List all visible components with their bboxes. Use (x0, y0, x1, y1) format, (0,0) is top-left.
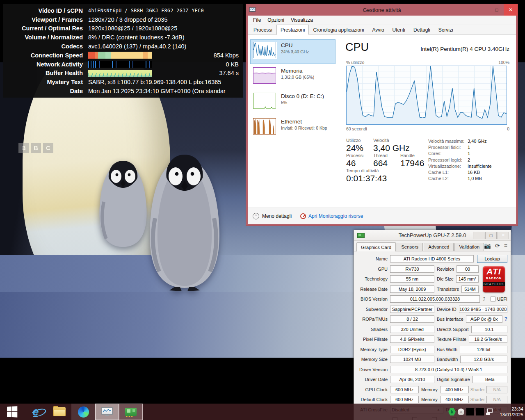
tray-temp-50-icon[interactable]: 50 (476, 408, 484, 415)
stat-processi: Processi46 (346, 153, 368, 168)
gpuz-row-shaders: Shaders320 UnifiedDirectX Support10.1 (354, 324, 507, 335)
gpuz-titlebar[interactable]: TechPowerUp GPU-Z 2.59.0 – □ ✕ (354, 230, 511, 241)
maximize-button[interactable]: □ (490, 4, 504, 16)
tab-servizi[interactable]: Servizi (434, 25, 457, 35)
sidebar-item-cpu[interactable]: CPU24% 3,40 GHz (250, 39, 336, 64)
cpu-name: Intel(R) Pentium(R) 4 CPU 3.40GHz (420, 46, 509, 52)
close-button[interactable]: ✕ (504, 4, 518, 16)
checkbox (491, 297, 495, 301)
gpuz-tab-graphics-card[interactable]: Graphics Card (356, 242, 396, 251)
stats-value: 1280x720 / 3 dropped of 2035 (88, 16, 168, 23)
gpuz-row-technology: Technology55 nmDie Size145 mm² (354, 274, 479, 284)
tray-network-icon[interactable] (486, 409, 493, 415)
gpuz-row-bios-version: BIOS Version011.022.005.000.033328⤴UEFI (354, 294, 507, 304)
stats-label: Volume / Normalized (5, 34, 83, 41)
tray-updater-icon[interactable]: ✕ (458, 409, 464, 415)
taskbar-internet-explorer[interactable]: e (24, 404, 48, 420)
sidebar-item-mem[interactable]: Memoria1,3/2,0 GB (65%) (250, 65, 336, 89)
cpu-panel-title: CPU (345, 41, 369, 54)
field-value: May 18, 2009 (390, 285, 434, 293)
gpuz-tab-advanced[interactable]: Advanced (424, 243, 454, 251)
stat-value: 3,40 GHz (468, 139, 486, 144)
field-label: Bus Interface (434, 317, 466, 322)
stats-label: Codecs (5, 43, 83, 50)
task-manager-footer: ⌃ Meno dettagli Apri Monitoraggio risors… (248, 208, 516, 224)
sidebar-item-sub: Inviati: 0 Ricevuti: 0 Kbp (281, 126, 327, 130)
network-bar (88, 61, 152, 68)
stat-value: 2 (468, 158, 470, 162)
taskbar-edge[interactable] (71, 404, 95, 420)
stats-row: Connection Speed854 Kbps (5, 51, 240, 60)
tab-prestazioni[interactable]: Prestazioni (276, 25, 309, 35)
sidebar-item-text: EthernetInviati: 0 Ricevuti: 0 Kbp (281, 118, 327, 140)
stat-value: 17946 (400, 158, 424, 168)
gpuz-tab-sensors[interactable]: Sensors (397, 243, 423, 251)
tray-hexagon-k-icon[interactable]: k (448, 408, 456, 415)
stats-row: Codecsavc1.640028 (137) / mp4a.40.2 (140… (5, 42, 240, 51)
stats-label: Mystery Text (5, 79, 83, 85)
sidebar-item-eth[interactable]: EthernetInviati: 0 Ricevuti: 0 Kbp (250, 116, 336, 140)
minimize-button[interactable]: – (476, 4, 490, 16)
gpuz-tab-validation[interactable]: Validation (454, 243, 484, 251)
field-label: Memory Type (356, 347, 390, 352)
gpuz-row-default-clock: Default Clock600 MHzMemory400 MHzShaderN… (354, 395, 507, 405)
stat-label: Processi (346, 153, 368, 158)
uefi-checkbox[interactable]: UEFI (488, 297, 507, 301)
maximize-button[interactable]: □ (485, 232, 497, 239)
cpu-panel: CPU Intel(R) Pentium(R) 4 CPU 3.40GHz % … (340, 35, 514, 208)
share-icon[interactable]: ⤴ (480, 296, 488, 302)
menu-item-file[interactable]: File (250, 16, 264, 24)
field-value: 1002 9495 - 174B 0028 (459, 306, 507, 313)
stat-value: 24% (346, 143, 368, 153)
menu-item-opzioni[interactable]: Opzioni (265, 16, 287, 24)
field-value: 514M (461, 285, 479, 293)
taskbar-task-manager[interactable] (95, 404, 119, 420)
tab-avvio[interactable]: Avvio (368, 25, 388, 35)
tray-temp-41-icon[interactable]: 41 (466, 408, 474, 415)
bbc-watermark-letter: B (31, 143, 41, 153)
cpu-stats-right: Velocità massima:3,40 GHzProcessori fisi… (428, 139, 492, 182)
taskbar-gpu-z[interactable] (119, 404, 143, 420)
field-value: 4.8 GPixel/s (390, 336, 434, 343)
help-icon[interactable]: ? (502, 316, 507, 322)
menu-item-visualizza[interactable]: Visualizza (288, 16, 316, 24)
stat-label: Processori logici: (428, 158, 468, 162)
gpuz-row-release-date: Release DateMay 18, 2009Transistors514M (354, 284, 479, 294)
clock-date: 13/01/2025 (498, 412, 523, 418)
task-manager-titlebar[interactable]: Gestione attività – □ ✕ (246, 4, 518, 16)
stats-value: 37.64 s (219, 70, 239, 76)
minimize-button[interactable]: – (473, 232, 484, 239)
close-button[interactable]: ✕ (498, 232, 509, 239)
tab-cronologia-applicazioni[interactable]: Cronologia applicazioni (309, 25, 368, 35)
sidebar-item-name: Memoria (281, 68, 314, 74)
menu-hamburger-icon[interactable]: ≡ (504, 242, 507, 249)
stat-row: Virtualizzazione:Insufficiente (428, 164, 492, 169)
stats-label: Connection Speed (5, 52, 83, 59)
stat-label: Thread (373, 153, 395, 158)
cpu-usage-graph[interactable] (346, 66, 507, 125)
start-button[interactable] (0, 404, 24, 420)
lookup-button[interactable]: Lookup (477, 255, 507, 263)
video-stats-overlay: Video ID / sCPN4hiENsNt6pU / SB8H 3GKJ F… (3, 4, 243, 98)
stat-handle: Handle17946 (400, 153, 424, 168)
field-label: Revision (434, 267, 457, 272)
refresh-icon[interactable]: ⟳ (495, 242, 500, 249)
stats-label: Buffer Health (5, 70, 83, 76)
cpu-stats: Utilizzo24%Velocità3,40 GHzProcessi46Thr… (346, 138, 514, 208)
taskbar-clock[interactable]: 23:34 13/01/2025 (498, 406, 523, 418)
field-label: Bandwidth (434, 357, 460, 362)
stat-row: Cache L2:1,0 MB (428, 176, 492, 181)
stats-row: Buffer Health37.64 s (5, 69, 240, 78)
field-value: 600 MHz (390, 386, 419, 393)
axis-label-60s: 60 secondi (346, 126, 367, 131)
tab-utenti[interactable]: Utenti (388, 25, 409, 35)
stats-row: Volume / Normalized8% / DRC (content lou… (5, 33, 240, 42)
less-details-button[interactable]: Meno dettagli (262, 213, 292, 219)
tab-dettagli[interactable]: Dettagli (409, 25, 434, 35)
tab-processi[interactable]: Processi (249, 25, 276, 35)
taskbar-file-explorer[interactable] (48, 404, 71, 420)
task-manager-window: Gestione attività – □ ✕ FileOpzioniVisua… (246, 4, 518, 226)
sidebar-item-disk[interactable]: Disco 0 (D: E: C:)5% (250, 90, 336, 115)
open-resource-monitor-link[interactable]: Apri Monitoraggio risorse (308, 213, 363, 219)
screenshot-camera-icon[interactable]: 📷 (484, 242, 491, 249)
